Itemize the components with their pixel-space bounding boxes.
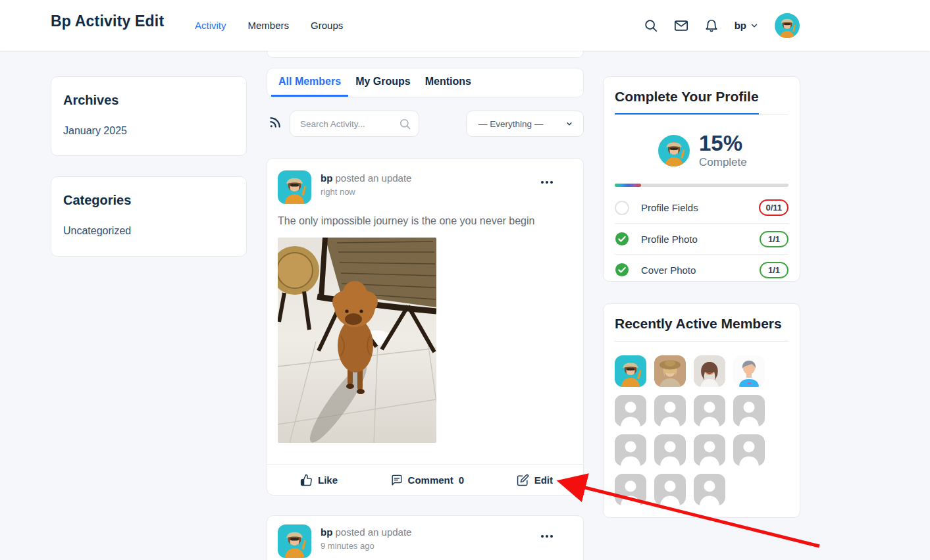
search-icon[interactable] xyxy=(644,18,658,33)
member-avatar[interactable] xyxy=(654,355,686,387)
member-avatar[interactable] xyxy=(615,474,646,505)
post-author-avatar[interactable] xyxy=(278,524,311,558)
archives-widget: Archives January 2025 xyxy=(51,76,247,156)
header-avatar[interactable] xyxy=(775,13,800,38)
profile-item-label: Profile Photo xyxy=(641,234,698,245)
member-avatar[interactable] xyxy=(694,355,725,387)
categories-title: Categories xyxy=(63,193,234,208)
member-avatar[interactable] xyxy=(733,355,765,387)
activity-filter-value: — Everything — xyxy=(478,119,543,129)
tab-all-members[interactable]: All Members xyxy=(271,68,348,97)
activity-post: bp posted an update 9 minutes ago xyxy=(267,515,584,560)
edit-button[interactable]: Edit xyxy=(517,474,553,486)
member-avatar[interactable] xyxy=(654,474,686,505)
post-author-avatar[interactable] xyxy=(278,170,311,204)
comment-label: Comment xyxy=(408,474,453,486)
feed-controls: — Everything — xyxy=(267,111,584,137)
header-actions: bp xyxy=(644,0,800,51)
like-button[interactable]: Like xyxy=(300,474,338,486)
profile-item-count-badge: 1/1 xyxy=(760,231,788,247)
comment-button[interactable]: Comment 0 xyxy=(390,474,465,486)
activity-filter-select[interactable]: — Everything — xyxy=(466,111,584,137)
incomplete-circle-icon xyxy=(615,201,629,215)
post-author-link[interactable]: bp xyxy=(321,172,332,184)
profile-item-label: Cover Photo xyxy=(641,265,696,276)
post-action-text: posted an update xyxy=(336,526,412,538)
member-avatar[interactable] xyxy=(733,395,765,426)
profile-item-profile-fields[interactable]: Profile Fields 0/11 xyxy=(615,192,788,223)
user-menu-label: bp xyxy=(735,20,746,31)
check-circle-icon xyxy=(615,232,629,246)
categories-widget: Categories Uncategorized xyxy=(51,176,247,257)
complete-profile-widget: Complete Your Profile 15% Complete Profi… xyxy=(603,76,800,282)
more-options-button[interactable] xyxy=(538,532,555,540)
activity-page: Bp Activity Edit Activity Members Groups… xyxy=(0,0,930,560)
post-header: bp posted an update right now xyxy=(278,170,573,205)
recently-active-members-widget: Recently Active Members xyxy=(603,303,800,518)
edit-label: Edit xyxy=(534,474,553,486)
tab-my-groups[interactable]: My Groups xyxy=(348,68,418,97)
member-avatar[interactable] xyxy=(654,434,686,466)
member-avatar[interactable] xyxy=(694,395,725,426)
profile-item-label: Profile Fields xyxy=(641,202,698,213)
member-avatar[interactable] xyxy=(694,474,725,505)
search-submit-icon[interactable] xyxy=(399,118,411,130)
more-options-button[interactable] xyxy=(538,178,555,186)
member-avatar-grid xyxy=(615,355,788,505)
profile-item-count-badge: 0/11 xyxy=(759,199,788,216)
activity-tabs: All Members My Groups Mentions xyxy=(267,68,584,97)
check-circle-icon xyxy=(615,263,629,277)
member-avatar[interactable] xyxy=(694,434,725,466)
post-action-text: posted an update xyxy=(336,172,412,184)
comment-count: 0 xyxy=(459,474,464,486)
post-header: bp posted an update 9 minutes ago xyxy=(278,524,573,559)
mail-icon[interactable] xyxy=(674,18,688,33)
primary-nav: Activity Members Groups xyxy=(195,0,343,51)
archives-title: Archives xyxy=(63,93,234,108)
rss-icon[interactable] xyxy=(269,116,282,129)
chevron-down-icon xyxy=(565,119,574,128)
nav-item-groups[interactable]: Groups xyxy=(311,20,343,31)
nav-item-activity[interactable]: Activity xyxy=(195,20,226,31)
member-avatar[interactable] xyxy=(615,434,646,466)
member-avatar[interactable] xyxy=(733,434,765,466)
complete-profile-title: Complete Your Profile xyxy=(615,89,759,115)
profile-item-cover-photo[interactable]: Cover Photo 1/1 xyxy=(615,254,788,285)
thumbs-up-icon xyxy=(300,474,313,486)
site-header: Bp Activity Edit Activity Members Groups… xyxy=(0,0,930,51)
profile-avatar xyxy=(658,135,690,166)
user-menu[interactable]: bp xyxy=(735,20,759,31)
profile-completion-summary: 15% Complete xyxy=(615,132,788,169)
edit-icon xyxy=(517,474,529,486)
member-avatar[interactable] xyxy=(615,355,646,387)
post-action-bar: Like Comment 0 Edit xyxy=(267,464,583,495)
post-timestamp: right now xyxy=(321,187,411,197)
recently-active-members-title: Recently Active Members xyxy=(615,316,788,332)
archives-link-january-2025[interactable]: January 2025 xyxy=(63,125,234,137)
profile-progress-bar xyxy=(615,184,788,187)
comment-icon xyxy=(390,474,403,486)
activity-search xyxy=(290,111,419,137)
profile-percent-label: Complete xyxy=(699,156,747,169)
member-avatar[interactable] xyxy=(654,395,686,426)
site-title[interactable]: Bp Activity Edit xyxy=(51,13,164,30)
nav-item-members[interactable]: Members xyxy=(248,20,290,31)
profile-percent: 15% xyxy=(699,132,747,154)
post-meta: bp posted an update right now xyxy=(321,172,411,197)
tab-mentions[interactable]: Mentions xyxy=(418,68,478,97)
categories-link-uncategorized[interactable]: Uncategorized xyxy=(63,225,234,237)
activity-post: bp posted an update right now The only i… xyxy=(267,158,584,496)
like-label: Like xyxy=(318,474,338,486)
post-author-link[interactable]: bp xyxy=(321,526,332,538)
post-timestamp: 9 minutes ago xyxy=(321,541,411,551)
post-meta: bp posted an update 9 minutes ago xyxy=(321,526,411,551)
post-text: The only impossible journey is the one y… xyxy=(278,215,574,227)
profile-item-profile-photo[interactable]: Profile Photo 1/1 xyxy=(615,223,788,254)
chevron-down-icon xyxy=(750,21,759,30)
member-avatar[interactable] xyxy=(615,395,646,426)
post-image-dog-photo xyxy=(278,238,436,443)
profile-item-count-badge: 1/1 xyxy=(760,262,788,278)
bell-icon[interactable] xyxy=(704,18,719,33)
